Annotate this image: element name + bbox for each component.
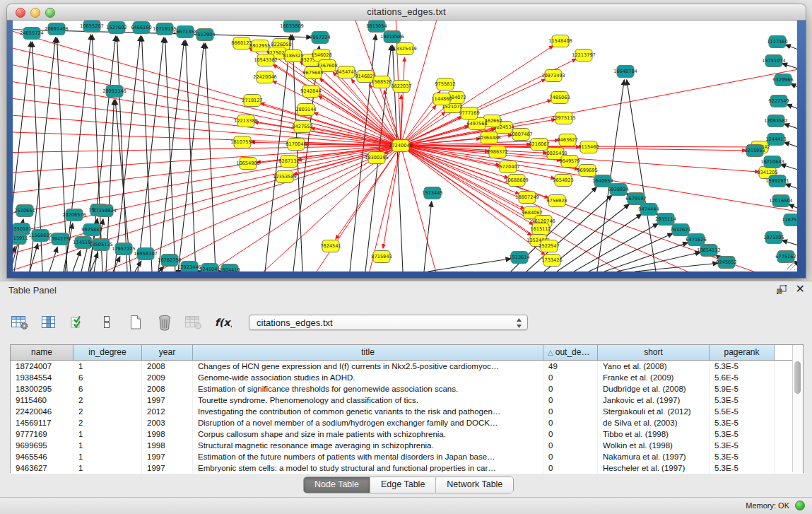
network-node[interactable]: 2522547: [539, 240, 559, 252]
column-header-pagerank[interactable]: pagerank: [710, 345, 775, 360]
network-node[interactable]: 5938924: [608, 184, 628, 196]
network-node[interactable]: 16210643: [760, 156, 784, 168]
network-node[interactable]: 1615112: [530, 223, 551, 235]
table-row[interactable]: 1830029562008Estimation of significance …: [11, 383, 803, 395]
network-node[interactable]: 8660123: [231, 37, 252, 49]
network-node[interactable]: 10973493: [541, 70, 565, 82]
tab-network-table[interactable]: Network Table: [436, 477, 513, 493]
network-node[interactable]: 7512904: [194, 29, 215, 41]
network-node[interactable]: 9675685: [302, 67, 323, 79]
table-row[interactable]: 1872400712008Changes of HCN gene express…: [11, 361, 803, 372]
table-row[interactable]: 946554611997Estimation of the future num…: [11, 451, 803, 462]
network-node[interactable]: 20691406: [45, 23, 69, 35]
network-node[interactable]: 10654908: [236, 158, 260, 170]
network-node[interactable]: 7857224: [310, 32, 330, 44]
network-node[interactable]: 1073305: [763, 232, 784, 244]
network-node[interactable]: 12353589: [273, 171, 297, 183]
network-node[interactable]: 20206576: [62, 209, 86, 221]
network-node[interactable]: 15992971: [765, 175, 789, 187]
canvas-resize-grip[interactable]: [787, 262, 796, 270]
network-node[interactable]: 8813054: [366, 21, 387, 33]
network-node[interactable]: 7485063: [549, 92, 570, 104]
network-node[interactable]: 8454743: [336, 66, 356, 78]
network-node[interactable]: 9242844: [300, 86, 321, 98]
network-node[interactable]: 9463627: [557, 134, 577, 146]
network-node[interactable]: 9245041: [199, 264, 220, 272]
delete-icon[interactable]: [155, 313, 175, 332]
network-node[interactable]: 17359924: [93, 205, 117, 217]
network-node[interactable]: 2520651: [14, 205, 35, 217]
tab-edge-table[interactable]: Edge Table: [370, 477, 436, 493]
network-node[interactable]: 9975887: [81, 224, 102, 236]
column-header-name[interactable]: name: [11, 345, 73, 360]
toggle-columns-icon[interactable]: [39, 313, 59, 332]
network-node[interactable]: 1144860: [431, 93, 452, 105]
network-node[interactable]: 1546028: [311, 49, 331, 62]
network-node[interactable]: 6775162: [775, 251, 796, 263]
network-node[interactable]: 11548408: [548, 35, 572, 47]
network-node[interactable]: 9315911: [13, 233, 28, 245]
column-header-short[interactable]: short: [598, 345, 710, 360]
new-column-icon[interactable]: [126, 313, 146, 332]
network-node[interactable]: 17240049: [389, 140, 413, 152]
network-node[interactable]: 6466160: [131, 22, 151, 34]
network-node[interactable]: 13942757: [48, 233, 72, 245]
network-node[interactable]: 18300295: [365, 152, 389, 164]
network-node[interactable]: 1568520: [371, 76, 392, 88]
scrollbar-thumb[interactable]: [794, 361, 801, 394]
network-node[interactable]: 12923446: [177, 262, 201, 272]
network-node[interactable]: 10688609: [505, 175, 529, 187]
network-node[interactable]: 6679197: [625, 193, 646, 205]
network-node[interactable]: 13325419: [393, 43, 417, 55]
network-node[interactable]: 20053346: [102, 86, 126, 98]
network-node[interactable]: 8170046: [286, 139, 306, 151]
network-node[interactable]: 12213797: [572, 49, 596, 62]
table-row[interactable]: 1938455462009Genome-wide association stu…: [11, 372, 803, 383]
network-node[interactable]: 7986372: [487, 146, 507, 158]
network-node[interactable]: 24055724: [20, 28, 44, 40]
select-checks-icon[interactable]: [68, 313, 88, 332]
network-node[interactable]: 7632621: [670, 224, 690, 236]
table-row[interactable]: 911546021997Tourette syndrome. Phenomeno…: [11, 395, 803, 406]
network-node[interactable]: 9329966: [772, 74, 793, 86]
network-node[interactable]: 6471626: [686, 234, 706, 246]
close-panel-icon[interactable]: ✕: [796, 284, 805, 295]
network-node[interactable]: 9755812: [435, 78, 455, 90]
tab-node-table[interactable]: Node Table: [304, 477, 370, 493]
network-node[interactable]: 17016504: [769, 195, 793, 207]
network-node[interactable]: 16671358: [173, 26, 197, 38]
table-row[interactable]: 977716911998Corpus callosum shape and si…: [11, 428, 803, 440]
network-node[interactable]: 22420046: [253, 71, 277, 83]
row-height-icon[interactable]: [97, 313, 117, 332]
network-node[interactable]: 15751074: [762, 55, 786, 67]
table-row[interactable]: 946362711997Embryonic stem cells: a mode…: [11, 462, 803, 474]
network-node[interactable]: 7624541: [320, 240, 341, 252]
column-header-title[interactable]: title: [193, 345, 543, 360]
network-node[interactable]: 18107554: [230, 136, 254, 148]
network-node[interactable]: 12975115: [552, 112, 576, 124]
network-node[interactable]: 9649579: [559, 156, 579, 168]
memory-status-indicator[interactable]: [795, 501, 805, 510]
network-node[interactable]: 6497568: [466, 118, 487, 130]
network-canvas[interactable]: 1724004986601238912955822605892750231054…: [13, 21, 797, 271]
network-node[interactable]: 8822037: [391, 81, 411, 93]
network-node[interactable]: 15720407: [496, 161, 520, 173]
float-panel-icon[interactable]: [776, 284, 787, 295]
network-node[interactable]: 1733426: [541, 255, 562, 267]
column-header-out_de[interactable]: △out_de…: [543, 345, 598, 360]
network-node[interactable]: 9115460: [578, 141, 599, 153]
network-node[interactable]: 2935114: [655, 214, 676, 226]
network-node[interactable]: 8267130: [278, 156, 299, 168]
column-header-year[interactable]: year: [142, 345, 193, 360]
network-node[interactable]: 20364486: [477, 132, 501, 144]
network-node[interactable]: 13505135: [89, 239, 113, 251]
network-node[interactable]: 17957225: [112, 243, 136, 255]
import-table-disabled-icon[interactable]: [184, 313, 204, 332]
network-node[interactable]: 9654923: [553, 175, 573, 187]
network-node[interactable]: 18807249: [515, 192, 539, 204]
table-row[interactable]: 2242004622012Investigating the contribut…: [11, 406, 803, 417]
network-node[interactable]: 10654112: [697, 245, 721, 257]
network-node[interactable]: 1117460: [767, 36, 787, 48]
network-node[interactable]: 10543382: [254, 54, 278, 66]
network-node[interactable]: 8715943: [371, 251, 392, 263]
